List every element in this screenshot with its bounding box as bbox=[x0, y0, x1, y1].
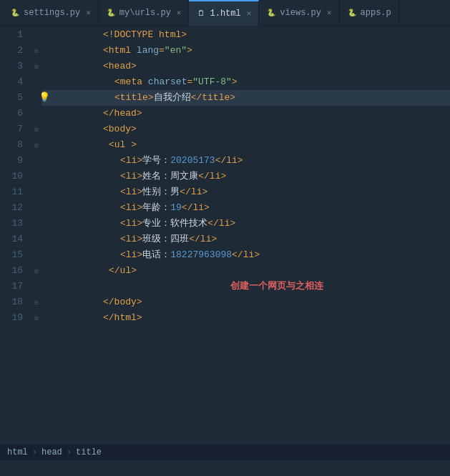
tab-apps[interactable]: 🐍 apps.p bbox=[340, 0, 399, 26]
line-num-8: 8 bbox=[6, 137, 23, 153]
code-line-16[interactable]: </ul> bbox=[41, 263, 450, 279]
gutter-9 bbox=[31, 153, 41, 169]
line-num-17: 17 bbox=[6, 279, 23, 294]
tab-close-views[interactable]: ✕ bbox=[327, 8, 332, 17]
code-gutter: ⊟ ⊟ ⊟ ⊟ ⊟ ⊟ ⊟ bbox=[31, 26, 41, 445]
breadcrumb-title[interactable]: title bbox=[76, 447, 102, 457]
code-content: 1 2 3 4 5 6 7 8 9 10 11 12 13 14 15 16 1… bbox=[0, 26, 450, 445]
breadcrumb-sep-2: › bbox=[67, 447, 72, 457]
gutter-19[interactable]: ⊟ bbox=[31, 310, 41, 326]
tab-views[interactable]: 🐍 views.py ✕ bbox=[259, 0, 339, 26]
breadcrumb-head[interactable]: head bbox=[41, 447, 62, 457]
line-num-18: 18 bbox=[6, 294, 23, 310]
gutter-13 bbox=[31, 216, 41, 232]
python-icon-4: 🐍 bbox=[347, 8, 357, 18]
tab-close-html[interactable]: ✕ bbox=[247, 9, 252, 18]
code-lines: <!DOCTYPE html> <html lang="en"> <head> … bbox=[41, 26, 450, 445]
line-numbers: 1 2 3 4 5 6 7 8 9 10 11 12 13 14 15 16 1… bbox=[0, 26, 31, 445]
gutter-15 bbox=[31, 247, 41, 263]
line-num-1: 1 bbox=[6, 27, 23, 43]
gutter-3[interactable]: ⊟ bbox=[31, 59, 41, 74]
gutter-1 bbox=[31, 27, 41, 43]
gutter-12 bbox=[31, 200, 41, 216]
line-num-4: 4 bbox=[6, 74, 23, 90]
comment-text: 创建一个网页与之相连 bbox=[230, 279, 323, 294]
line-num-5: 5 bbox=[6, 90, 23, 106]
breadcrumb-sep-1: › bbox=[32, 447, 37, 457]
line-num-19: 19 bbox=[6, 310, 23, 326]
python-icon-3: 🐍 bbox=[266, 8, 276, 18]
tab-settings[interactable]: 🐍 settings.py ✕ bbox=[3, 0, 99, 26]
line-num-11: 11 bbox=[6, 184, 23, 200]
gutter-18[interactable]: ⊟ bbox=[31, 294, 41, 310]
gutter-16: ⊟ bbox=[31, 263, 41, 279]
tab-html[interactable]: 🗒 1.html ✕ bbox=[189, 0, 259, 26]
line-num-7: 7 bbox=[6, 122, 23, 137]
line-num-13: 13 bbox=[6, 216, 23, 232]
tab-myurls[interactable]: 🐍 my\urls.py ✕ bbox=[99, 0, 190, 26]
gutter-2[interactable]: ⊟ bbox=[31, 43, 41, 59]
python-icon-2: 🐍 bbox=[106, 8, 116, 18]
editor-area: 1 2 3 4 5 6 7 8 9 10 11 12 13 14 15 16 1… bbox=[0, 26, 450, 460]
tab-label-html: 1.html bbox=[210, 9, 240, 19]
gutter-11 bbox=[31, 184, 41, 200]
line-num-6: 6 bbox=[6, 106, 23, 122]
gutter-4 bbox=[31, 74, 41, 90]
line-num-10: 10 bbox=[6, 169, 23, 184]
gutter-6 bbox=[31, 106, 41, 122]
gutter-8[interactable]: ⊟ bbox=[31, 137, 41, 153]
tab-close-settings[interactable]: ✕ bbox=[86, 8, 91, 17]
line-num-9: 9 bbox=[6, 153, 23, 169]
gutter-7[interactable]: ⊟ bbox=[31, 122, 41, 137]
code-line-19[interactable]: </html> bbox=[41, 310, 450, 326]
tab-label-views: views.py bbox=[280, 8, 321, 18]
gutter-10 bbox=[31, 169, 41, 184]
tab-close-myurls[interactable]: ✕ bbox=[177, 8, 182, 17]
tab-label-apps: apps.p bbox=[361, 8, 391, 18]
line-num-16: 16 bbox=[6, 263, 23, 279]
breadcrumb-html[interactable]: html bbox=[7, 447, 28, 457]
line-num-2: 2 bbox=[6, 43, 23, 59]
gutter-5 bbox=[31, 90, 41, 106]
tab-bar: 🐍 settings.py ✕ 🐍 my\urls.py ✕ 🗒 1.html … bbox=[0, 0, 450, 26]
gutter-14 bbox=[31, 232, 41, 247]
html-icon: 🗒 bbox=[196, 9, 206, 19]
tab-label-myurls: my\urls.py bbox=[119, 8, 171, 18]
line-num-3: 3 bbox=[6, 59, 23, 74]
python-icon: 🐍 bbox=[10, 8, 20, 18]
status-bar: html › head › title bbox=[0, 445, 450, 460]
tab-label: settings.py bbox=[24, 8, 80, 18]
gutter-17 bbox=[31, 279, 41, 294]
line-num-14: 14 bbox=[6, 232, 23, 247]
line-num-12: 12 bbox=[6, 200, 23, 216]
line-num-15: 15 bbox=[6, 247, 23, 263]
